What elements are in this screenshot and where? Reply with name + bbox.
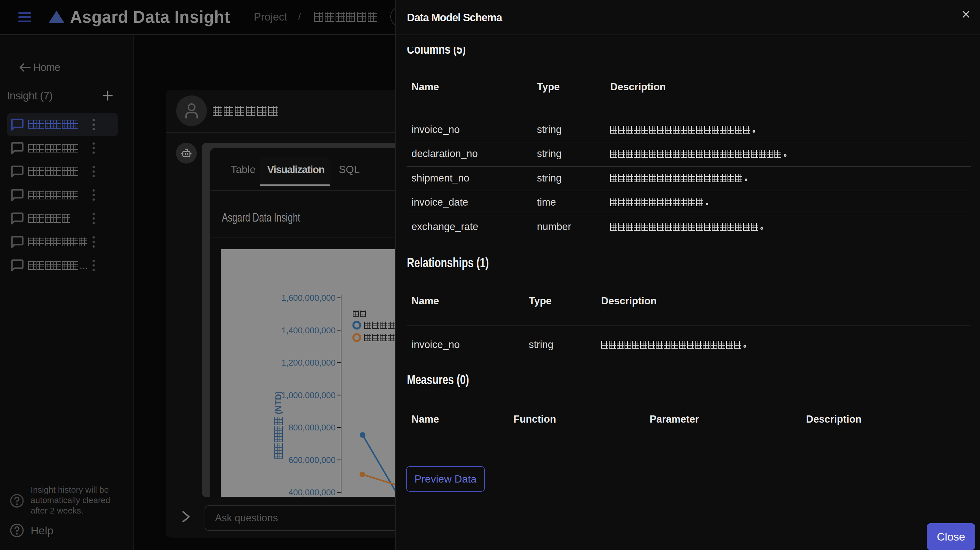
svg-text:400,000,000: 400,000,000 (288, 488, 336, 497)
svg-text:800,000,000: 800,000,000 (288, 423, 336, 432)
svg-text:1,000,000,000: 1,000,000,000 (282, 390, 336, 400)
svg-text:1,200,000,000: 1,200,000,000 (282, 358, 336, 367)
svg-text:1,400,000,000: 1,400,000,000 (282, 326, 336, 335)
svg-text:600,000,000: 600,000,000 (288, 455, 336, 465)
svg-text:1,600,000,000: 1,600,000,000 (282, 293, 336, 303)
